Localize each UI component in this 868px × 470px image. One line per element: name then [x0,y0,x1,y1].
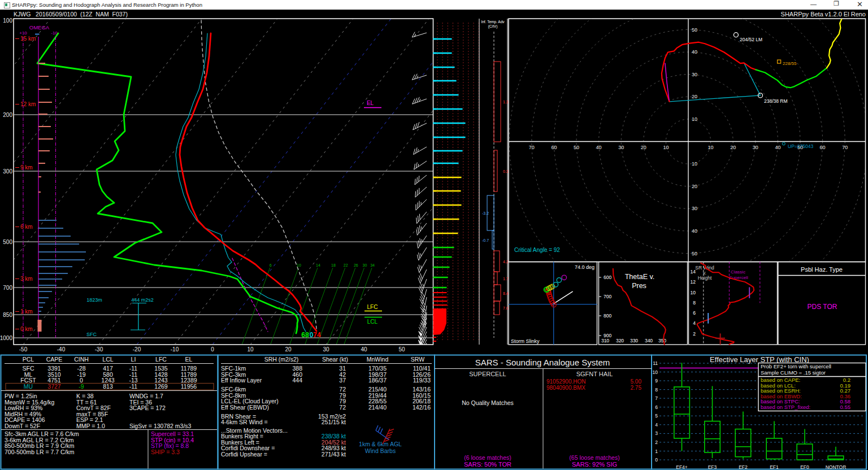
svg-text:Eff Shear (EBWD): Eff Shear (EBWD) [221,404,269,411]
svg-text:600: 600 [604,275,611,280]
svg-text:Pres: Pres [632,282,646,290]
svg-text:Prob EF2+ torn with supercell: Prob EF2+ torn with supercell [761,363,831,369]
svg-text:142/16: 142/16 [413,404,431,411]
svg-text:3 km: 3 km [20,276,33,282]
svg-text:EF1: EF1 [770,464,779,470]
svg-text:700: 700 [3,285,12,291]
svg-text:8: 8 [655,387,658,393]
svg-text:SHIP = 3.3: SHIP = 3.3 [151,449,180,455]
svg-text:200: 200 [3,112,12,118]
svg-text:SARS: 92% SIG: SARS: 92% SIG [572,461,617,468]
svg-text:MMP = 1.0: MMP = 1.0 [76,423,105,429]
svg-text:50: 50 [574,145,579,150]
svg-text:30: 30 [692,72,697,77]
svg-text:Corfidi Upshear =: Corfidi Upshear = [221,451,267,458]
svg-text:10: 10 [692,161,697,167]
svg-text:68: 68 [301,331,309,339]
svg-text:18: 18 [331,263,336,267]
svg-text:1269: 1269 [154,383,168,390]
svg-text:UP=275043: UP=275043 [788,143,813,149]
svg-text:0: 0 [655,457,658,463]
svg-text:SRW: SRW [411,356,424,363]
svg-text:251/15 kt: 251/15 kt [322,419,346,425]
svg-text:40: 40 [692,228,697,234]
svg-text:3CAPE = 172: 3CAPE = 172 [129,404,166,411]
svg-text:74: 74 [313,331,321,339]
svg-text:Wind Barbs: Wind Barbs [365,447,396,454]
svg-text:0.3: 0.3 [503,169,509,173]
svg-text:700: 700 [604,294,611,299]
svg-text:10: 10 [692,116,697,122]
svg-text:-20: -20 [133,346,141,352]
svg-text:50: 50 [692,27,697,33]
svg-text:CAPE: CAPE [46,356,63,363]
svg-text:40: 40 [596,145,602,150]
svg-text:1km & 6km AGL: 1km & 6km AGL [359,441,402,447]
svg-text:Sample CLIMO = .15 sigtor: Sample CLIMO = .15 sigtor [761,369,826,376]
svg-text:PCL: PCL [23,356,34,363]
svg-text:+10: +10 [19,31,27,36]
svg-text:-40: -40 [57,346,66,352]
svg-text:1 km: 1 km [20,308,33,315]
svg-text:Psbl Haz. Type: Psbl Haz. Type [801,266,843,273]
svg-text:-3.2: -3.2 [482,211,489,215]
svg-text:ThetaE v.: ThetaE v. [625,273,655,281]
svg-text:-11: -11 [129,383,138,390]
svg-text:Supercell: Supercell [729,275,748,280]
svg-text:4: 4 [693,320,696,326]
svg-text:12 km: 12 km [20,101,36,107]
svg-text:Eff Inflow Layer: Eff Inflow Layer [221,377,262,384]
svg-text:20: 20 [692,184,697,189]
svg-text:50: 50 [692,251,697,256]
svg-text:60: 60 [820,145,826,150]
svg-text:Storm Slinky: Storm Slinky [511,338,540,344]
svg-text:70: 70 [529,145,535,150]
svg-text:PDS TOR: PDS TOR [808,303,837,311]
svg-text:204/52 LM: 204/52 LM [740,37,762,42]
svg-text:11: 11 [653,360,658,366]
svg-text:10: 10 [297,263,301,267]
svg-text:SARS - Sounding Analogue Syste: SARS - Sounding Analogue System [475,358,610,367]
svg-text:EL: EL [367,100,374,106]
svg-text:100: 100 [3,18,12,24]
svg-text:LCL: LCL [102,356,113,363]
svg-text:SUPERCELL: SUPERCELL [469,371,506,377]
svg-text:-9: -9 [79,383,84,390]
svg-text:186/37: 186/37 [368,377,387,384]
svg-text:MU: MU [24,383,33,390]
svg-text:72: 72 [339,404,346,411]
svg-text:(C/hr): (C/hr) [488,24,498,29]
svg-text:1: 1 [655,449,658,454]
svg-text:74.0 deg: 74.0 deg [575,264,594,270]
svg-text:CINH: CINH [74,356,89,363]
svg-text:SHARPpy Beta v1.2.0 El Reno: SHARPpy Beta v1.2.0 El Reno [781,11,866,18]
svg-text:850: 850 [3,312,12,318]
svg-text:EF0: EF0 [800,464,809,470]
svg-text:SGFNT HAIL: SGFNT HAIL [576,371,613,377]
svg-text:444 m2s2: 444 m2s2 [131,297,154,303]
svg-text:4: 4 [655,422,658,428]
svg-text:(65 loose matches): (65 loose matches) [569,454,619,461]
svg-text:EL: EL [185,356,193,363]
svg-text:813: 813 [103,383,113,390]
svg-text:271/43 kt: 271/43 kt [322,451,346,458]
svg-text:20: 20 [692,94,697,99]
svg-text:15 km: 15 km [20,36,36,42]
svg-text:9 km: 9 km [20,164,33,171]
svg-text:7.6: 7.6 [503,306,509,310]
svg-text:34: 34 [370,263,375,267]
svg-text:10: 10 [653,369,658,375]
svg-text:7: 7 [655,395,658,401]
svg-text:30: 30 [753,145,758,150]
svg-text:14: 14 [316,263,320,267]
svg-text:214/40: 214/40 [368,404,387,411]
svg-text:1000: 1000 [0,335,12,341]
svg-text:238/38 RM: 238/38 RM [764,98,788,104]
svg-text:40: 40 [692,49,697,55]
svg-text:444: 444 [292,377,302,384]
svg-text:SFC: SFC [86,332,97,337]
svg-text:-10: -10 [171,346,179,352]
svg-text:22: 22 [344,263,348,267]
svg-text:Classic: Classic [731,269,745,275]
svg-text:5.00: 5.00 [631,378,642,385]
